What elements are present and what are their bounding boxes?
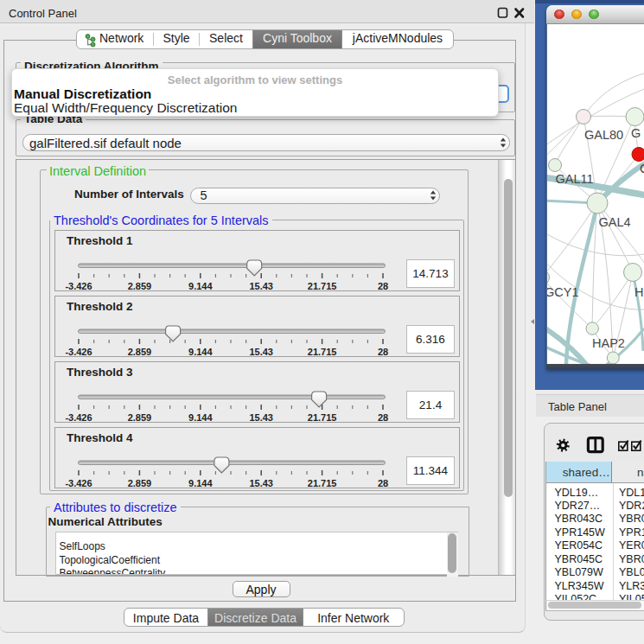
- svg-text:G: G: [631, 126, 641, 140]
- svg-text:GAL80: GAL80: [584, 128, 623, 142]
- svg-text:GAL11: GAL11: [556, 172, 594, 186]
- svg-text:GCY1: GCY1: [547, 285, 579, 299]
- svg-text:HAP2: HAP2: [592, 336, 625, 350]
- svg-text:GAL4: GAL4: [599, 215, 631, 229]
- svg-text:C: C: [640, 162, 644, 175]
- svg-text:H: H: [634, 285, 643, 299]
